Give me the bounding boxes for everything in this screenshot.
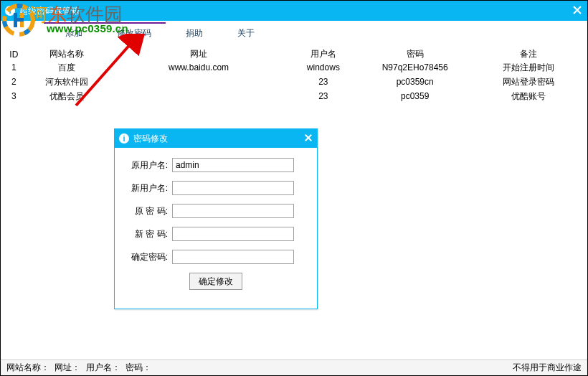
new-pass-label: 新 密 码: — [125, 228, 168, 240]
old-user-input[interactable] — [172, 158, 294, 172]
confirm-pass-label: 确定密码: — [125, 251, 168, 263]
window-title: 超级密码保管箱 — [19, 5, 80, 17]
col-id: ID — [1, 45, 23, 60]
menu-about[interactable]: 关于 — [237, 27, 255, 39]
statusbar-left: 网站名称： 网址： 用户名： 密码： — [6, 362, 154, 374]
old-pass-input[interactable] — [172, 204, 294, 218]
cell-site: 百度 — [23, 60, 111, 75]
dialog-title: 密码修改 — [133, 133, 168, 145]
cell-user: windows — [287, 60, 360, 75]
table-row[interactable]: 3 优酷会员 23 pc0359 优酷账号 — [1, 89, 587, 103]
cell-id: 3 — [1, 89, 23, 103]
close-icon[interactable] — [304, 133, 311, 142]
info-icon: i — [5, 6, 15, 16]
cell-url: www.baidu.com — [110, 60, 286, 75]
content-area: ID 网站名称 网址 用户名 密码 备注 1 百度 www.baidu.com … — [1, 45, 587, 359]
divider — [44, 22, 166, 24]
confirm-pass-input[interactable] — [172, 250, 294, 264]
cell-pass: pc0359 — [360, 89, 470, 103]
table-row[interactable]: 2 河东软件园 23 pc0359cn 网站登录密码 — [1, 75, 587, 89]
status-url-label: 网址： — [54, 362, 80, 372]
col-url: 网址 — [110, 45, 286, 60]
cell-id: 1 — [1, 60, 23, 75]
table-header: ID 网站名称 网址 用户名 密码 备注 — [1, 45, 587, 60]
col-site: 网站名称 — [23, 45, 111, 60]
status-site-label: 网站名称： — [6, 362, 49, 372]
new-pass-input[interactable] — [172, 227, 294, 241]
new-user-label: 新用户名: — [125, 182, 168, 194]
cell-pass: N97q2EHo78456 — [360, 60, 470, 75]
table-row[interactable]: 1 百度 www.baidu.com windows N97q2EHo78456… — [1, 60, 587, 75]
dialog-titlebar: i 密码修改 — [115, 129, 317, 148]
old-pass-label: 原 密 码: — [125, 205, 168, 217]
menu-donate[interactable]: 捐助 — [186, 27, 203, 39]
menu-add[interactable]: 添加 — [65, 27, 82, 39]
statusbar: 网站名称： 网址： 用户名： 密码： 不得用于商业作途 — [1, 359, 587, 375]
cell-remark: 网站登录密码 — [470, 75, 587, 89]
cell-site: 优酷会员 — [23, 89, 111, 103]
cell-user: 23 — [287, 75, 360, 89]
status-user-label: 用户名： — [86, 362, 120, 372]
cell-id: 2 — [1, 75, 23, 89]
status-pass-label: 密码： — [125, 362, 151, 372]
statusbar-right: 不得用于商业作途 — [513, 362, 582, 374]
cell-pass: pc0359cn — [360, 75, 470, 89]
titlebar: i 超级密码保管箱 — [1, 1, 587, 21]
dialog-body: 原用户名: 新用户名: 原 密 码: 新 密 码: 确定密码: — [115, 148, 317, 290]
cell-user: 23 — [287, 89, 360, 103]
cell-remark: 开始注册时间 — [470, 60, 587, 75]
change-password-dialog: i 密码修改 原用户名: 新用户名: 原 密 码: 新 密 码: — [114, 128, 318, 309]
app-window: 河东软件园 www.pc0359.cn i 超级密码保管箱 添加 修改密码 捐助… — [0, 0, 588, 376]
menubar: 添加 修改密码 捐助 关于 — [1, 21, 587, 45]
menu-change-password[interactable]: 修改密码 — [117, 27, 151, 39]
col-user: 用户名 — [287, 45, 360, 60]
cell-remark: 优酷账号 — [470, 89, 587, 103]
close-icon[interactable] — [573, 5, 580, 14]
cell-site: 河东软件园 — [23, 75, 111, 89]
old-user-label: 原用户名: — [125, 159, 168, 171]
cell-url — [110, 89, 286, 103]
confirm-change-button[interactable]: 确定修改 — [189, 273, 242, 290]
col-pass: 密码 — [360, 45, 470, 60]
password-table: ID 网站名称 网址 用户名 密码 备注 1 百度 www.baidu.com … — [1, 45, 587, 103]
col-remark: 备注 — [470, 45, 587, 60]
cell-url — [110, 75, 286, 89]
info-icon: i — [119, 133, 129, 144]
new-user-input[interactable] — [172, 181, 294, 195]
